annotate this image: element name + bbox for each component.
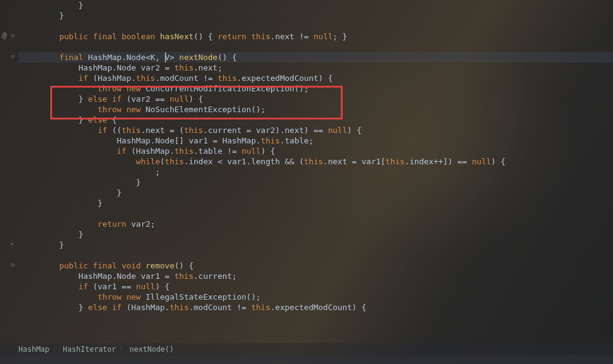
code-line[interactable]: } [18,177,613,188]
code-line[interactable]: public final void remove() { [18,260,613,271]
code-line-current[interactable]: final HashMap.Node<K, V> nextNode() { [18,52,613,63]
code-line[interactable] [18,208,613,219]
code-line[interactable]: if ((this.next = (this.current = var2).n… [18,125,613,135]
code-line[interactable]: public final boolean hasNext() { return … [18,31,613,42]
code-line[interactable]: ; [18,167,613,177]
code-editor[interactable]: @ ⊟ ⊟ ⊢ ⊟ } } public final boolean hasNe… [0,0,613,364]
fold-toggle-icon[interactable]: ⊟ [9,52,17,61]
code-text-area[interactable]: } } public final boolean hasNext() { ret… [18,0,613,344]
code-line[interactable]: } else if (HashMap.this.modCount != this… [18,302,613,313]
code-line[interactable]: if (HashMap.this.table != null) { [18,146,613,156]
code-line[interactable]: if (var1 == null) { [18,281,613,292]
breadcrumb-item[interactable]: nextNode() [129,345,173,354]
code-line[interactable] [18,250,613,260]
fold-toggle-icon[interactable]: ⊟ [9,260,17,269]
status-bar [0,355,613,364]
code-line[interactable]: throw new ConcurrentModificationExceptio… [18,83,613,94]
code-line[interactable] [18,42,613,52]
code-line[interactable]: } [18,188,613,198]
code-line[interactable]: } [18,229,613,240]
code-line[interactable]: while(this.index < var1.length && (this.… [18,156,613,167]
fold-end-icon[interactable]: ⊢ [9,240,17,248]
code-line[interactable]: throw new IllegalStateException(); [18,292,613,302]
code-line[interactable]: } [18,0,613,10]
code-line[interactable]: return var2; [18,219,613,229]
override-marker-icon[interactable]: @ [0,31,9,40]
chevron-right-icon: 〉 [120,345,126,354]
chevron-right-icon: 〉 [53,345,59,354]
code-line[interactable]: throw new NoSuchElementException(); [18,104,613,115]
code-line[interactable]: HashMap.Node var2 = this.next; [18,63,613,73]
code-line[interactable]: HashMap.Node[] var1 = HashMap.this.table… [18,135,613,146]
breadcrumb[interactable]: HashMap 〉 HashIterator 〉 nextNode() [0,343,613,355]
code-line[interactable]: } [18,10,613,21]
code-line[interactable]: } [18,240,613,250]
code-line[interactable] [18,21,613,31]
fold-toggle-icon[interactable]: ⊟ [9,31,17,40]
code-line[interactable]: } else { [18,115,613,125]
breadcrumb-item[interactable]: HashMap [18,345,50,354]
code-line[interactable]: } [18,198,613,208]
editor-gutter: @ ⊟ ⊟ ⊢ ⊟ [0,0,18,364]
code-line[interactable]: } else if (var2 == null) { [18,94,613,104]
code-line[interactable]: if (HashMap.this.modCount != this.expect… [18,73,613,83]
breadcrumb-item[interactable]: HashIterator [63,345,116,354]
code-line[interactable]: HashMap.Node var1 = this.current; [18,271,613,281]
